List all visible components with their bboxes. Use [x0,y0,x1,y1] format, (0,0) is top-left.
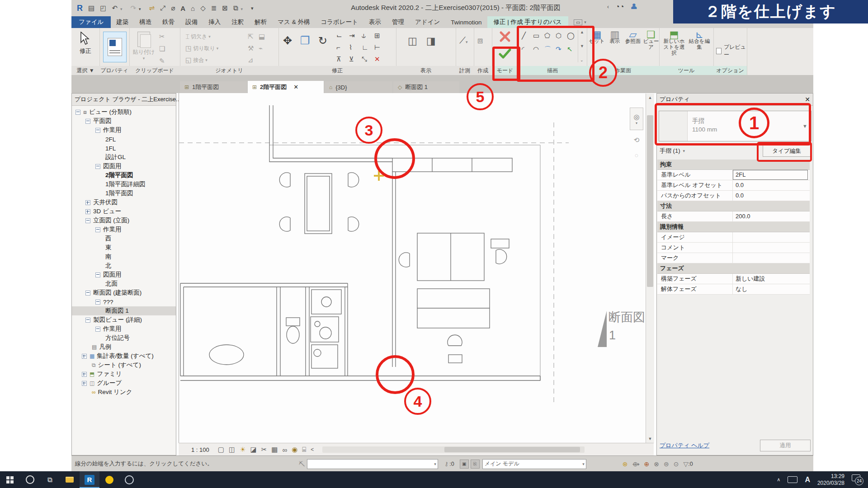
split-icon[interactable]: ⌇ [349,43,362,52]
delete-icon[interactable]: ✕ [374,55,387,63]
horizontal-scrollbar[interactable] [322,446,585,453]
expand-icon[interactable] [85,200,90,205]
design-options-combo[interactable]: メイン モデル [482,459,586,469]
panel-label-create[interactable]: 作成 [474,66,492,75]
panel-label-properties[interactable]: プロパティ [99,66,129,75]
close-icon[interactable]: ✕ [805,96,810,103]
select-pins-icon[interactable]: ⊜ [664,460,669,468]
view-tab-plan1[interactable]: ⊞1階平面図 [180,81,247,93]
properties-button[interactable] [103,32,127,62]
tree-item[interactable]: 南 [72,252,176,261]
pan-tool-icon[interactable]: ◌ [632,150,642,160]
properties-help-link[interactable]: プロパティ ヘルプ [660,441,709,450]
hide-icon[interactable]: ◫ [408,35,417,47]
collapse-icon[interactable] [85,119,90,124]
panel-label-view[interactable]: 表示 [396,66,456,75]
collapse-infocenter-icon[interactable]: ‹ [607,4,609,10]
undo-icon[interactable]: ↶▾ [112,4,125,12]
property-value[interactable]: 新しい建設 [733,274,808,284]
tree-item[interactable]: 1FL [72,144,176,153]
property-row[interactable]: パスからのオフセット0.0 [657,191,810,201]
detail-level-icon[interactable]: ▢ [218,446,224,454]
tree-item[interactable]: ▦集計表/数量 (すべて) [72,352,176,361]
property-value[interactable]: 2FL [733,170,808,180]
move-icon[interactable]: ✥ [283,34,292,47]
tree-item[interactable]: ⧈ビュー (分類順) [72,108,176,117]
panel-label-options[interactable]: オプション [713,66,747,75]
tree-item[interactable]: 天井伏図 [72,198,176,207]
collapse-icon[interactable] [95,300,100,305]
preview-checkbox[interactable] [716,48,722,54]
expand-icon[interactable] [82,381,87,386]
revit-taskbar-button[interactable]: R [80,471,99,488]
collapse-icon[interactable] [85,218,90,223]
collapse-icon[interactable] [75,110,80,115]
tree-item[interactable]: 断面図 (建築断面) [72,288,176,297]
tree-item[interactable]: 東 [72,243,176,252]
unpin-icon[interactable]: ⊻ [349,55,362,63]
design-option-icon[interactable]: ▣ [460,460,469,469]
main-model-icon[interactable]: ⎘ [471,460,480,469]
tree-item[interactable]: 西 [72,234,176,243]
crop-region-icon[interactable]: ▦ [271,446,278,454]
worksets-icon[interactable]: ⛏ [299,460,305,468]
tree-item[interactable]: ◫グループ [72,379,176,388]
clock[interactable]: 13:29 2020/03/28 [817,473,844,487]
touch-keyboard-icon[interactable] [788,476,797,483]
tree-item[interactable]: 平面図 [72,117,176,126]
trim-corner-icon[interactable]: ∟ [362,43,374,52]
search-button[interactable] [20,471,40,488]
tree-item[interactable]: 北 [72,261,176,270]
collapse-icon[interactable] [95,272,100,277]
tree-item[interactable]: 立面図 (立面) [72,216,176,225]
panel-label-measure[interactable]: 計測 [456,66,474,75]
property-row[interactable]: コメント [657,243,810,253]
tree-item[interactable]: ??? [72,297,176,306]
notification-center-button[interactable]: 24 [852,474,863,485]
redo-icon[interactable]: ↷▾ [130,4,143,12]
tree-item[interactable]: 3D ビュー [72,207,176,216]
collapse-icon[interactable] [95,227,100,232]
property-value[interactable]: 0.0 [733,180,808,190]
thin-lines-icon[interactable]: ≣ [211,4,217,12]
text-icon[interactable]: A [180,5,185,12]
editable-only-icon[interactable]: ⚷ [444,460,449,467]
visual-style-icon[interactable]: ◫ [229,446,235,454]
constraints-icon[interactable]: ⌸ [302,446,306,454]
tree-item[interactable]: 北面 [72,279,176,288]
tree-item-selected[interactable]: 断面図 1 [72,306,176,315]
wall-tool-icon[interactable]: ⇌ [149,4,155,12]
chain-icon[interactable]: ⊛ [623,460,628,468]
task-view-button[interactable]: ⧉ [40,471,60,488]
section-icon[interactable]: ◇ [200,4,206,12]
aligned-dimension-icon[interactable]: ⌀ [171,4,175,12]
scrollbar-thumb[interactable] [444,447,580,452]
view-tab-3d[interactable]: ⌂{3D} [325,81,392,93]
tree-item[interactable]: 作業用 [72,324,176,333]
property-section[interactable]: 寸法 [657,201,810,211]
scroll-down-icon[interactable]: ▼ [646,435,654,443]
expand-icon[interactable] [85,209,90,214]
collapse-icon[interactable] [85,291,90,296]
panel-label-geometry[interactable]: ジオメトリ [180,66,278,75]
panel-label-tools[interactable]: ツール [659,66,713,75]
reference-plane-button[interactable]: ▱参照面 [624,32,642,44]
property-value[interactable] [733,232,808,242]
offset-icon[interactable]: ⇥ [349,32,362,40]
property-value[interactable]: 0.0 [733,191,808,201]
revit-logo-icon[interactable]: R [77,4,83,13]
tree-item[interactable]: 図面用 [72,270,176,279]
tab-architecture[interactable]: 建築 [111,16,134,28]
pin-icon[interactable]: ⊼ [336,55,349,63]
tab-view[interactable]: 表示 [363,16,387,28]
tab-annotate[interactable]: 注釈 [226,16,249,28]
tree-item[interactable]: 製図ビュー (詳細) [72,315,176,324]
ime-mode[interactable]: A [805,476,810,484]
tab-massing[interactable]: マス & 外構 [272,16,315,28]
steering-wheel-icon[interactable]: ◎▾ [630,108,643,130]
reveal-hidden-icon[interactable]: ◉ [292,446,297,454]
browser-panel-icon[interactable]: ▤ [88,4,94,12]
measure-tool-icon[interactable]: ⟋▾ [459,35,468,46]
sun-path-icon[interactable]: ☀ [240,446,245,454]
property-row[interactable]: マーク [657,253,810,263]
